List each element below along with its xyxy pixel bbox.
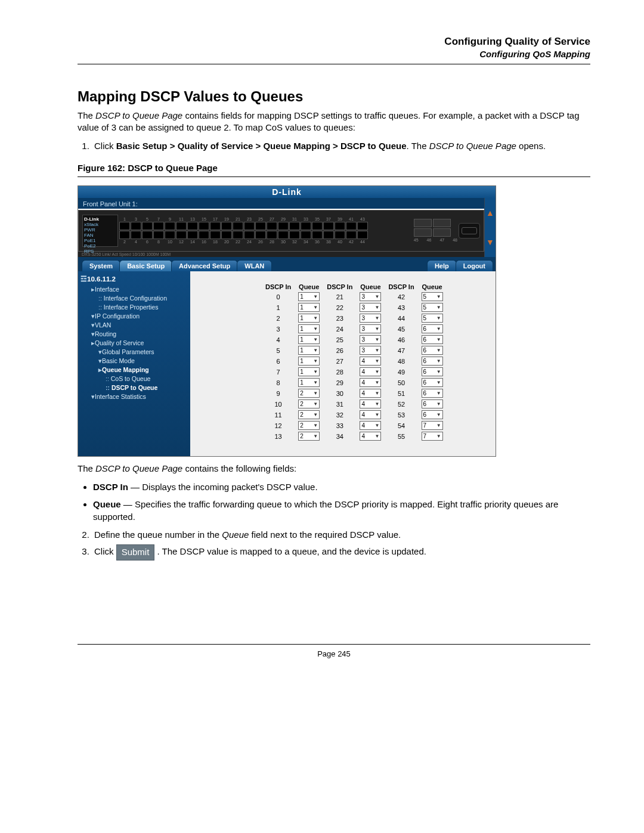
queue-select[interactable]: 4▼ [360, 432, 381, 441]
queue-select[interactable]: 3▼ [360, 303, 381, 312]
queue-select[interactable]: 6▼ [422, 367, 443, 376]
queue-select[interactable]: 4▼ [360, 421, 381, 430]
queue-select[interactable]: 4▼ [360, 389, 381, 398]
tree-item[interactable]: Interface Statistics [80, 392, 188, 401]
queue-select[interactable]: 2▼ [298, 432, 320, 441]
tree-item[interactable]: VLAN [80, 321, 188, 330]
tree-item[interactable]: DSCP to Queue [80, 383, 188, 392]
field-dscp-in: DSCP In — Displays the incoming packet's… [93, 481, 590, 493]
rj45-port [119, 231, 130, 239]
nav-tree: 10.6.11.2 InterfaceInterface Configurati… [78, 271, 190, 456]
tree-item[interactable]: CoS to Queue [80, 374, 188, 383]
queue-select[interactable]: 3▼ [360, 292, 381, 301]
queue-select[interactable]: 1▼ [298, 357, 320, 366]
queue-select[interactable]: 4▼ [360, 400, 381, 408]
rj45-port [210, 231, 221, 239]
tree-item[interactable]: Interface Configuration [80, 294, 188, 303]
queue-select[interactable]: 1▼ [298, 303, 320, 312]
dscp-value: 48 [385, 356, 417, 367]
queue-select[interactable]: 2▼ [298, 389, 320, 398]
tree-item[interactable]: Routing [80, 330, 188, 339]
dscp-value: 3 [262, 324, 295, 335]
dscp-value: 4 [262, 335, 295, 345]
switch-brand-panel: D-Link xStackPWRFANPoE1PoE2RPS [82, 215, 118, 247]
queue-select[interactable]: 4▼ [360, 357, 381, 366]
queue-select[interactable]: 6▼ [422, 324, 443, 333]
col-queue: Queue [356, 282, 385, 292]
rj45-port [153, 231, 164, 239]
tab-system[interactable]: System [82, 260, 120, 271]
tree-item[interactable]: Interface Properties [80, 303, 188, 312]
queue-select[interactable]: 1▼ [298, 335, 320, 344]
dscp-value: 5 [262, 345, 295, 356]
rj45-port [346, 231, 357, 239]
queue-select[interactable]: 1▼ [298, 314, 320, 323]
dscp-value: 53 [385, 410, 417, 420]
queue-select[interactable]: 4▼ [360, 378, 381, 387]
nav-tabs: System Basic Setup Advanced Setup WLAN H… [78, 257, 496, 271]
tab-advanced-setup[interactable]: Advanced Setup [171, 260, 238, 271]
queue-select[interactable]: 6▼ [422, 346, 443, 355]
queue-select[interactable]: 6▼ [422, 335, 443, 344]
queue-select[interactable]: 1▼ [298, 367, 320, 376]
dscp-value: 47 [385, 345, 417, 356]
queue-select[interactable]: 5▼ [422, 314, 443, 323]
tree-item[interactable]: Basic Mode [80, 357, 188, 366]
table-row: 132▼344▼557▼ [262, 431, 447, 442]
rj45-port [346, 222, 357, 230]
tab-basic-setup[interactable]: Basic Setup [119, 260, 172, 271]
queue-select[interactable]: 5▼ [422, 303, 443, 312]
queue-select[interactable]: 4▼ [360, 410, 381, 419]
rj45-port [244, 231, 255, 239]
col-queue: Queue [418, 282, 447, 292]
tab-help[interactable]: Help [427, 260, 457, 271]
arrow-up-icon[interactable]: ▲ [485, 208, 496, 218]
queue-select[interactable]: 3▼ [360, 335, 381, 344]
dscp-value: 46 [385, 335, 417, 345]
tree-item[interactable]: Global Parameters [80, 348, 188, 357]
brand-bar: D-Link [78, 186, 496, 198]
queue-select[interactable]: 1▼ [298, 324, 320, 333]
tab-logout[interactable]: Logout [456, 260, 493, 271]
table-row: 81▼294▼506▼ [262, 377, 447, 388]
queue-select[interactable]: 4▼ [360, 367, 381, 376]
tree-item[interactable]: Interface [80, 285, 188, 294]
arrow-down-icon[interactable]: ▼ [485, 237, 496, 247]
dscp-value: 32 [323, 410, 356, 420]
queue-select[interactable]: 6▼ [422, 410, 443, 419]
submit-button[interactable]: Submit [116, 544, 155, 560]
queue-select[interactable]: 3▼ [360, 324, 381, 333]
tab-wlan[interactable]: WLAN [237, 260, 272, 271]
queue-select[interactable]: 3▼ [360, 346, 381, 355]
queue-select[interactable]: 2▼ [298, 421, 320, 430]
queue-select[interactable]: 2▼ [298, 400, 320, 408]
queue-select[interactable]: 3▼ [360, 314, 381, 323]
queue-select[interactable]: 1▼ [298, 346, 320, 355]
rj45-port [187, 222, 198, 230]
queue-select[interactable]: 5▼ [422, 292, 443, 301]
queue-select[interactable]: 7▼ [422, 421, 443, 430]
device-ip[interactable]: 10.6.11.2 [80, 275, 188, 284]
queue-select[interactable]: 7▼ [422, 432, 443, 441]
tree-item[interactable]: IP Configuration [80, 312, 188, 321]
queue-select[interactable]: 6▼ [422, 389, 443, 398]
tree-item[interactable]: Queue Mapping [80, 366, 188, 374]
scroll-arrows[interactable]: ▲ ▼ [484, 198, 496, 257]
rj45-port [312, 231, 323, 239]
steps-list-2: Define the queue number in the Queue fie… [78, 529, 590, 561]
table-row: 01▼213▼425▼ [262, 292, 447, 302]
tree-item[interactable]: Quality of Service [80, 339, 188, 348]
queue-select[interactable]: 2▼ [298, 410, 320, 419]
dscp-value: 21 [323, 292, 356, 302]
queue-select[interactable]: 6▼ [422, 357, 443, 366]
rj45-port [233, 222, 243, 230]
queue-select[interactable]: 1▼ [298, 292, 320, 301]
dscp-value: 49 [385, 367, 417, 377]
table-row: 92▼304▼516▼ [262, 388, 447, 399]
dscp-value: 0 [262, 292, 295, 302]
queue-select[interactable]: 6▼ [422, 400, 443, 408]
queue-select[interactable]: 6▼ [422, 378, 443, 387]
queue-select[interactable]: 1▼ [298, 378, 320, 387]
rj45-port [301, 222, 311, 230]
rj45-port [165, 222, 175, 230]
